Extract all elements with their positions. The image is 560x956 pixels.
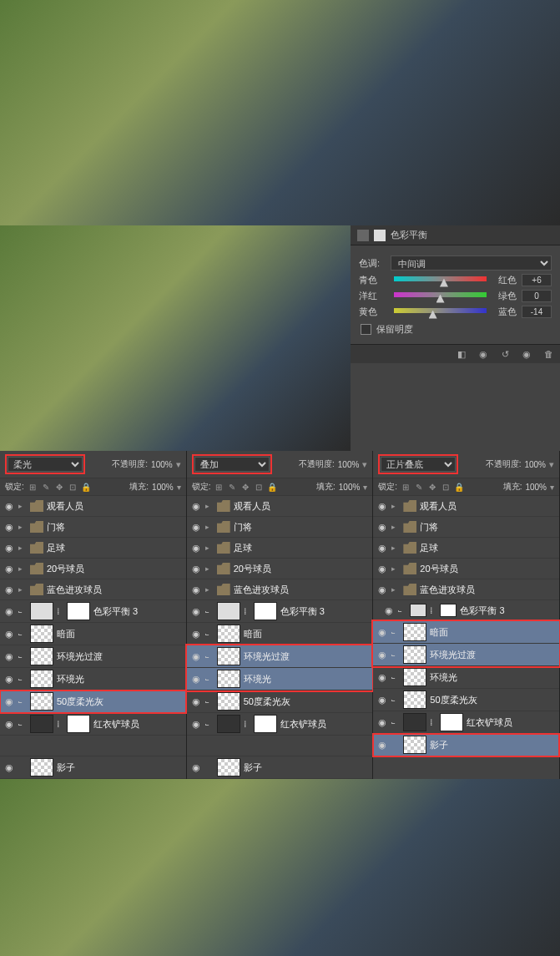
eye-icon[interactable]: ◉ xyxy=(3,650,15,662)
yellow-blue-slider[interactable] xyxy=(394,308,487,316)
layer-group[interactable]: ◉▸门将 xyxy=(373,517,559,538)
view-prev-icon[interactable]: ◉ xyxy=(477,348,490,360)
layer-item-selected[interactable]: ◉影子 xyxy=(373,734,559,756)
eye-icon[interactable]: ◉ xyxy=(3,628,15,640)
lock-art-icon[interactable]: ⊡ xyxy=(441,482,451,492)
reset-icon[interactable]: ↺ xyxy=(498,348,512,360)
lock-paint-icon[interactable]: ✎ xyxy=(414,482,424,492)
clip-icon[interactable]: ◧ xyxy=(455,348,468,360)
layer-group[interactable]: ◉▸足球 xyxy=(373,538,559,559)
lock-move-icon[interactable]: ✥ xyxy=(427,482,437,492)
layer-group[interactable]: ◉▸蓝色进攻球员 xyxy=(187,579,373,600)
magenta-green-value[interactable] xyxy=(522,290,552,302)
trash-icon[interactable]: 🗑 xyxy=(542,348,555,360)
eye-icon[interactable]: ◉ xyxy=(190,628,202,640)
layer-item[interactable]: ◉⨽暗面 xyxy=(187,623,373,645)
lock-move-icon[interactable]: ✥ xyxy=(54,482,64,492)
eye-icon[interactable]: ◉ xyxy=(376,563,388,574)
layer-adjustment[interactable]: ◉⨽⁞色彩平衡 3 xyxy=(373,600,559,621)
eye-icon[interactable]: ◉ xyxy=(376,521,388,533)
lock-paint-icon[interactable]: ✎ xyxy=(227,482,237,492)
layer-group[interactable]: ◉▸蓝色进攻球员 xyxy=(0,579,186,600)
eye-icon[interactable]: ◉ xyxy=(190,761,202,773)
blend-mode-select[interactable]: 柔光 xyxy=(8,457,83,472)
layer-item[interactable]: ◉⨽50度柔光灰 xyxy=(373,689,559,711)
eye-icon[interactable]: ◉ xyxy=(190,521,202,533)
layer-group[interactable]: ◉▸观看人员 xyxy=(373,496,559,517)
layer-group[interactable]: ◉▸观看人员 xyxy=(0,496,186,517)
eye-icon[interactable]: ◉ xyxy=(3,521,15,533)
layer-adjustment[interactable]: ◉⨽⁞色彩平衡 3 xyxy=(0,600,186,623)
eye-icon[interactable]: ◉ xyxy=(376,694,388,706)
yellow-blue-value[interactable] xyxy=(522,306,552,318)
preserve-checkbox[interactable] xyxy=(361,324,371,335)
eye-icon[interactable]: ◉ xyxy=(190,563,202,574)
eye-icon[interactable]: ◉ xyxy=(190,718,202,730)
layer-group[interactable]: ◉▸20号球员 xyxy=(187,559,373,579)
lock-all-icon[interactable]: 🔒 xyxy=(267,482,277,492)
lock-paint-icon[interactable]: ✎ xyxy=(41,482,51,492)
tone-select[interactable]: 中间调 xyxy=(391,255,552,271)
eye-icon[interactable]: ◉ xyxy=(3,673,15,685)
cyan-red-slider[interactable] xyxy=(394,276,487,285)
eye-icon[interactable]: ◉ xyxy=(190,584,202,595)
lock-all-icon[interactable]: 🔒 xyxy=(81,482,91,492)
eye-icon[interactable]: ◉ xyxy=(376,671,388,683)
layer-item-selected[interactable]: ◉⨽暗面 xyxy=(373,621,559,644)
eye-icon[interactable]: ◉ xyxy=(376,716,388,728)
eye-icon[interactable]: ◉ xyxy=(376,542,388,554)
cyan-red-value[interactable] xyxy=(522,274,552,286)
eye-icon[interactable]: ◉ xyxy=(3,563,15,574)
layer-item[interactable]: ◉⨽环境光 xyxy=(0,668,186,690)
eye-icon[interactable]: ◉ xyxy=(3,696,15,707)
layer-group[interactable]: ◉▸观看人员 xyxy=(187,496,373,517)
eye-icon[interactable]: ◉ xyxy=(3,542,15,554)
visibility-icon[interactable]: ◉ xyxy=(520,348,533,360)
layer-item-selected[interactable]: ◉⨽环境光过渡 xyxy=(187,645,373,668)
layer-item[interactable]: ◉⨽⁞红衣铲球员 xyxy=(373,711,559,734)
eye-icon[interactable]: ◉ xyxy=(3,718,15,730)
eye-icon[interactable]: ◉ xyxy=(376,626,388,638)
eye-icon[interactable]: ◉ xyxy=(190,673,202,685)
eye-icon[interactable]: ◉ xyxy=(190,696,202,707)
layer-item[interactable]: ◉⨽50度柔光灰 xyxy=(187,690,373,713)
eye-icon[interactable]: ◉ xyxy=(190,650,202,662)
layer-group[interactable]: ◉▸门将 xyxy=(187,517,373,538)
layer-adjustment[interactable]: ◉⨽⁞色彩平衡 3 xyxy=(187,600,373,623)
blend-mode-select[interactable]: 正片叠底 xyxy=(381,457,456,472)
eye-icon[interactable]: ◉ xyxy=(190,605,202,617)
layer-item[interactable]: ◉影子 xyxy=(0,756,186,779)
layer-group[interactable]: ◉▸20号球员 xyxy=(373,559,559,579)
lock-trans-icon[interactable]: ⊞ xyxy=(214,482,224,492)
eye-icon[interactable]: ◉ xyxy=(190,500,202,512)
eye-icon[interactable]: ◉ xyxy=(376,584,388,595)
eye-icon[interactable]: ◉ xyxy=(3,605,15,617)
eye-icon[interactable]: ◉ xyxy=(376,649,388,660)
eye-icon[interactable]: ◉ xyxy=(383,604,395,616)
lock-trans-icon[interactable]: ⊞ xyxy=(401,482,411,492)
eye-icon[interactable]: ◉ xyxy=(3,761,15,773)
eye-icon[interactable]: ◉ xyxy=(3,584,15,595)
lock-all-icon[interactable]: 🔒 xyxy=(454,482,464,492)
lock-move-icon[interactable]: ✥ xyxy=(240,482,250,492)
layer-item[interactable]: ◉⨽⁞红衣铲球员 xyxy=(187,713,373,736)
magenta-green-slider[interactable] xyxy=(394,292,487,301)
layer-group[interactable]: ◉▸足球 xyxy=(187,538,373,559)
layer-item[interactable]: ◉⨽暗面 xyxy=(0,623,186,645)
layer-item[interactable]: ◉⨽环境光 xyxy=(373,666,559,689)
eye-icon[interactable]: ◉ xyxy=(3,500,15,512)
layer-group[interactable]: ◉▸门将 xyxy=(0,517,186,538)
layer-item[interactable]: ◉⨽环境光过渡 xyxy=(0,645,186,668)
layer-item-selected[interactable]: ◉⨽50度柔光灰 xyxy=(0,690,186,713)
layer-item-selected[interactable]: ◉⨽环境光过渡 xyxy=(373,644,559,666)
eye-icon[interactable]: ◉ xyxy=(376,739,388,751)
layer-group[interactable]: ◉▸蓝色进攻球员 xyxy=(373,579,559,600)
eye-icon[interactable]: ◉ xyxy=(376,500,388,512)
lock-trans-icon[interactable]: ⊞ xyxy=(28,482,38,492)
blend-mode-select[interactable]: 叠加 xyxy=(194,457,270,472)
eye-icon[interactable]: ◉ xyxy=(190,542,202,554)
layer-group[interactable]: ◉▸20号球员 xyxy=(0,559,186,579)
layer-item[interactable]: ◉⨽⁞红衣铲球员 xyxy=(0,713,186,736)
layer-item[interactable]: ◉影子 xyxy=(187,756,373,779)
lock-art-icon[interactable]: ⊡ xyxy=(254,482,264,492)
